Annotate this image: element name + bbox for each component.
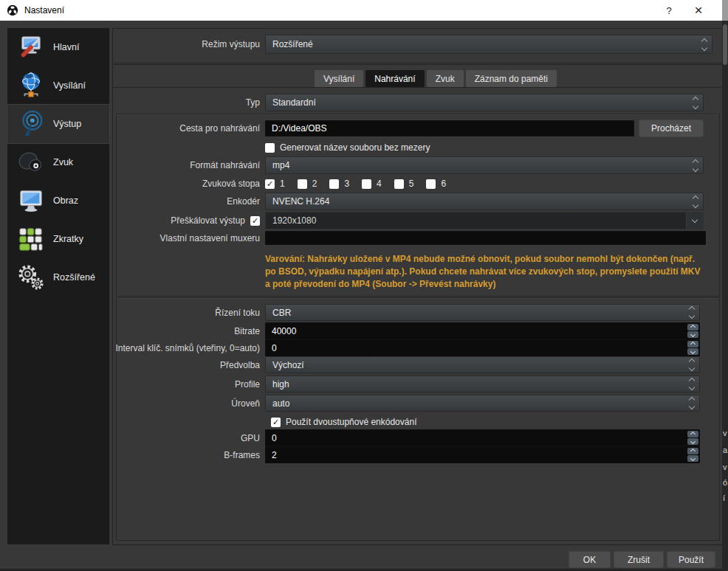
type-value: Standardní	[266, 97, 693, 108]
type-label: Typ	[112, 97, 265, 108]
titlebar: Nastavení ? ×	[0, 0, 722, 21]
two-pass-checkbox[interactable]: ✓	[271, 418, 281, 427]
apply-button[interactable]: Použít	[667, 551, 715, 568]
sidebar-item-label: Hlavní	[53, 42, 79, 52]
rate-control-value: CBR	[266, 308, 690, 318]
keyframe-interval-input[interactable]	[266, 340, 687, 356]
profile-select[interactable]: high	[265, 376, 700, 392]
two-pass-label: Použít dvoustupňové enkódování	[286, 417, 416, 427]
advanced-icon	[16, 263, 46, 292]
background-window-text-fragment: a	[723, 446, 727, 454]
bitrate-label: Bitrate	[112, 326, 265, 336]
format-select[interactable]: mp4	[265, 156, 704, 174]
bframes-label: B-frames	[112, 450, 265, 460]
audio-track-3-checkbox[interactable]	[329, 179, 339, 189]
audio-track-3-label: 3	[344, 179, 349, 189]
keyframe-interval-spinbox[interactable]	[265, 339, 700, 356]
mp4-warning-text: Varování: Nahrávky uložené v MP4 nebude …	[265, 253, 701, 291]
combo-arrows-icon	[690, 378, 694, 390]
rate-control-label: Řízení toku	[112, 308, 265, 318]
background-window-text-fragment: v	[723, 463, 727, 471]
rate-control-select[interactable]: CBR	[265, 304, 700, 321]
muxer-settings-input[interactable]	[265, 231, 706, 245]
tab-streaming[interactable]: Vysílání	[315, 70, 363, 87]
spin-down-icon[interactable]	[687, 438, 698, 445]
muxer-settings-label: Vlastní nastavení muxeru	[112, 233, 265, 243]
output-tabs: Vysílání Nahrávání Zvuk Záznam do paměti	[315, 70, 557, 87]
spin-up-icon[interactable]	[687, 341, 698, 347]
audio-track-1-checkbox[interactable]: ✓	[265, 179, 275, 189]
background-window-text-fragment: v	[723, 429, 727, 437]
sidebar-item-advanced[interactable]: Rozšířené	[7, 258, 109, 297]
rescale-checkbox[interactable]: ✓	[250, 216, 260, 226]
audio-track-5-checkbox[interactable]	[394, 179, 404, 189]
sidebar-item-label: Rozšířené	[53, 272, 95, 283]
rescale-label: Přeškálovat výstup	[171, 215, 245, 226]
audio-track-6-label: 6	[441, 179, 446, 189]
ok-button[interactable]: OK	[569, 551, 611, 568]
output-mode-select[interactable]: Rozšířené	[265, 35, 712, 54]
sidebar-item-output[interactable]: Výstup	[7, 105, 109, 143]
gpu-input[interactable]	[266, 430, 687, 446]
tab-audio[interactable]: Zvuk	[427, 70, 464, 87]
obs-logo-icon	[7, 4, 18, 16]
bitrate-spinbox[interactable]	[265, 322, 700, 339]
spin-down-icon[interactable]	[687, 455, 698, 462]
bframes-spinbox[interactable]	[265, 446, 700, 463]
background-window-text-fragment: ó	[723, 478, 727, 487]
audio-track-4-label: 4	[377, 179, 382, 189]
audio-track-4-checkbox[interactable]	[362, 179, 371, 189]
combo-arrows-icon	[693, 97, 698, 108]
spin-up-icon[interactable]	[687, 324, 698, 331]
profile-label: Profile	[112, 379, 265, 390]
background-scrollbar-thumb	[723, 24, 727, 65]
hotkeys-icon	[16, 224, 46, 254]
filename-without-space-checkbox[interactable]	[265, 143, 275, 153]
sidebar-item-label: Obraz	[53, 195, 78, 206]
combo-arrows-icon	[693, 196, 698, 207]
background-window-edge: v a v ó í	[722, 0, 728, 571]
audio-track-2-checkbox[interactable]	[298, 179, 307, 189]
format-value: mp4	[266, 160, 693, 170]
sidebar-item-video[interactable]: Obraz	[7, 181, 109, 220]
combo-arrows-icon	[690, 359, 694, 370]
rescale-resolution-value: 1920x1080	[266, 215, 686, 226]
sidebar-item-audio[interactable]: Zvuk	[7, 143, 109, 181]
preset-value: Výchozí	[266, 360, 690, 370]
settings-sidebar: Hlavní Vysílání	[7, 28, 109, 544]
gpu-label: GPU	[112, 433, 265, 443]
output-mode-label: Režim výstupu	[112, 39, 265, 49]
gpu-spinbox[interactable]	[265, 429, 700, 446]
encoder-label: Enkodér	[112, 196, 265, 207]
encoder-value: NVENC H.264	[266, 196, 693, 207]
combo-arrows-icon	[702, 39, 707, 50]
level-value: auto	[266, 398, 690, 409]
spin-up-icon[interactable]	[687, 448, 698, 454]
browse-button[interactable]: Procházet	[639, 120, 704, 137]
audio-track-6-checkbox[interactable]	[426, 179, 436, 189]
recording-path-input[interactable]	[265, 120, 634, 136]
tab-recording[interactable]: Nahrávání	[365, 70, 424, 87]
audio-track-5-label: 5	[409, 179, 414, 189]
combo-arrows-icon	[693, 160, 698, 171]
settings-window: Nastavení ? × Hlavní	[0, 0, 728, 571]
help-button[interactable]: ?	[654, 0, 684, 21]
bitrate-input[interactable]	[266, 323, 687, 339]
close-button[interactable]: ×	[684, 0, 713, 21]
sidebar-item-stream[interactable]: Vysílání	[7, 66, 109, 105]
cancel-button[interactable]: Zrušit	[614, 551, 664, 568]
encoder-select[interactable]: NVENC H.264	[265, 193, 704, 210]
spin-down-icon[interactable]	[687, 348, 698, 355]
bframes-input[interactable]	[266, 447, 687, 463]
spin-down-icon[interactable]	[687, 331, 698, 338]
sidebar-item-hotkeys[interactable]: Zkratky	[7, 220, 109, 258]
audio-track-1-label: 1	[280, 179, 285, 189]
spin-up-icon[interactable]	[687, 431, 698, 437]
type-select[interactable]: Standardní	[265, 94, 704, 111]
sidebar-item-general[interactable]: Hlavní	[7, 28, 109, 66]
rescale-resolution-select[interactable]: 1920x1080	[265, 212, 704, 229]
tab-replay-buffer[interactable]: Záznam do paměti	[466, 70, 557, 87]
preset-select[interactable]: Výchozí	[265, 356, 700, 373]
combo-arrows-icon	[690, 398, 694, 409]
level-select[interactable]: auto	[265, 395, 700, 412]
